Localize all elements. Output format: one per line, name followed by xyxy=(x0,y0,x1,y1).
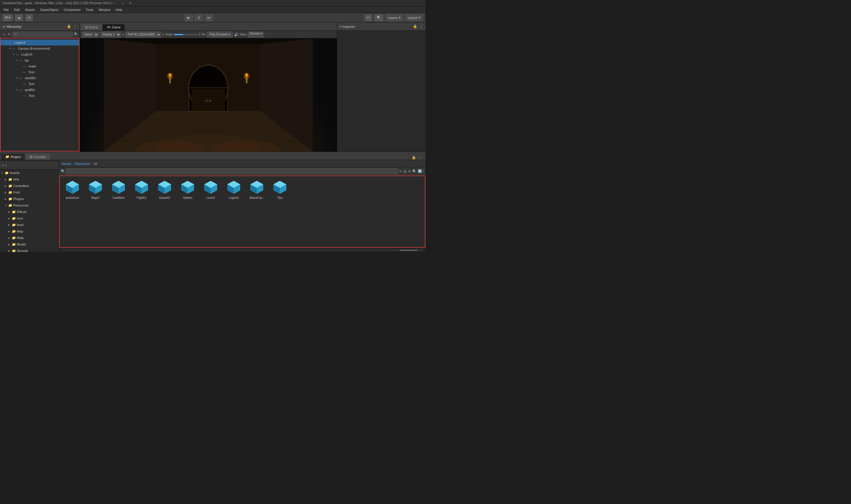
folder-resources[interactable]: ▼ 📁 Resources xyxy=(0,202,59,209)
cloud-button[interactable]: ☁ xyxy=(15,14,23,21)
resolution-dropdown[interactable]: Full HD (1920x1080) xyxy=(125,32,161,37)
tree-item-text-quitbtn[interactable]: ▶ ▭ Text xyxy=(1,93,79,99)
file-lineui[interactable]: LineUI xyxy=(200,178,221,201)
project-tab[interactable]: 📁 Project xyxy=(1,154,25,160)
audio-icon[interactable]: 🔊 xyxy=(234,33,238,37)
collab-button[interactable]: ⊙ xyxy=(25,14,33,21)
menu-tools[interactable]: Tools xyxy=(83,7,96,12)
layout-dropdown[interactable]: Layout ▾ xyxy=(405,14,423,21)
file-selectcar[interactable]: SelectCar... xyxy=(247,178,267,201)
game-dropdown[interactable]: Game xyxy=(82,32,99,37)
tree-item-text-bg[interactable]: ▶ ▭ Text xyxy=(1,69,79,75)
tree-item-canvas[interactable]: ▼ ▭ Canvas (Environment) xyxy=(1,46,79,51)
folder-icon[interactable]: ▶ 📁 Icon xyxy=(0,215,59,221)
hierarchy-collapse-icon[interactable]: ◀ xyxy=(2,25,5,28)
folder-effects[interactable]: ▶ 📁 Effects xyxy=(0,209,59,215)
hierarchy-lock-icon[interactable]: 🔒 xyxy=(67,24,71,29)
tree-item-loginui-child[interactable]: ▼ ▭ LoginUI xyxy=(1,51,79,57)
tree-item-mask[interactable]: ▶ ▭ mask xyxy=(1,63,79,69)
scale-value: 0.76x xyxy=(199,33,206,36)
file-name: LineUI xyxy=(206,196,215,199)
tree-item-loginui-root[interactable]: ▼ ⬡ LoginUI xyxy=(1,40,79,46)
search-icon-2[interactable]: 🔍 xyxy=(412,169,417,174)
pause-button[interactable]: ⏸ xyxy=(195,14,203,21)
file-hpitem[interactable]: HpItem xyxy=(177,178,198,201)
menu-edit[interactable]: Edit xyxy=(12,7,22,12)
file-actionicon[interactable]: actionIcon xyxy=(62,178,83,201)
project-add-btn[interactable]: + xyxy=(2,163,4,167)
file-name: GameUI xyxy=(159,196,170,199)
folder-map[interactable]: ▶ 📁 Map xyxy=(0,228,59,235)
file-tips[interactable]: Tips xyxy=(270,178,290,201)
main-toolbar: M ▾ ☁ ⊙ ▶ ⏸ ⏭ ↩ 🔍 Layers ▾ Layout xyxy=(0,13,426,22)
menu-file[interactable]: File xyxy=(1,7,11,12)
stats-label[interactable]: Stats xyxy=(240,33,247,36)
hierarchy-add-btn[interactable]: + xyxy=(2,32,6,36)
project-search-input[interactable] xyxy=(66,168,398,174)
file-bagui[interactable]: BagUI xyxy=(85,178,106,201)
bottom-lock-icon[interactable]: 🔒 xyxy=(412,156,416,160)
folder-controllers[interactable]: ▶ 📁 Controllers xyxy=(0,183,59,189)
star-icon[interactable]: ★ xyxy=(408,169,411,174)
game-tab[interactable]: 🎮 Game xyxy=(103,24,125,31)
menu-assets[interactable]: Assets xyxy=(23,7,37,12)
sync-icon[interactable]: ⟳ xyxy=(399,169,402,174)
prefab-icon xyxy=(249,180,265,195)
scale-slider[interactable] xyxy=(174,34,197,35)
folder-plugins[interactable]: ▶ 📁 Plugins xyxy=(0,196,59,202)
filter-icon[interactable]: ▤ xyxy=(403,169,406,174)
view-options: ⋮ xyxy=(328,27,336,31)
breadcrumb-ui[interactable]: UI xyxy=(94,162,97,165)
tree-item-bg[interactable]: ▼ ▭ bg xyxy=(1,57,79,63)
menu-component[interactable]: Component xyxy=(61,7,83,12)
breadcrumb-assets[interactable]: Assets xyxy=(61,162,71,165)
menu-window[interactable]: Window xyxy=(96,7,113,12)
tree-item-quitbtn[interactable]: ▼ ▭ quitBtn xyxy=(1,87,79,93)
close-btn[interactable]: ✕ xyxy=(127,1,133,5)
folder-level[interactable]: ▶ 📁 level xyxy=(0,221,59,228)
expand-arrow: ▶ xyxy=(8,250,12,252)
hierarchy-add-arrow[interactable]: ▾ xyxy=(7,32,11,36)
account-button[interactable]: M ▾ xyxy=(2,14,13,21)
play-button[interactable]: ▶ xyxy=(185,14,193,21)
scrollbar-track[interactable] xyxy=(61,250,423,251)
inspector-lock-icon[interactable]: 🔒 xyxy=(413,24,417,29)
project-add-arrow[interactable]: ▾ xyxy=(5,164,7,167)
scene-tab-label: Scene xyxy=(89,25,98,29)
folder-model[interactable]: ▶ 📁 Model xyxy=(0,241,59,248)
search-button[interactable]: 🔍 xyxy=(374,14,383,21)
file-name: actionIcon xyxy=(66,196,79,199)
folder-mats[interactable]: ▶ 📁 Mats xyxy=(0,235,59,241)
undo-button[interactable]: ↩ xyxy=(364,14,372,21)
scene-tab[interactable]: ⊞ Scene xyxy=(81,24,102,31)
bottom-menu-icon[interactable]: ⋮ xyxy=(418,155,422,160)
prefab-icon xyxy=(88,180,103,195)
breadcrumb-resources[interactable]: Resources xyxy=(75,162,90,165)
folder-arts[interactable]: ▶ 📁 Arts xyxy=(0,176,59,183)
maximize-btn[interactable]: □ xyxy=(120,1,126,5)
folder-font[interactable]: ▶ 📁 Font xyxy=(0,189,59,196)
menu-gameobject[interactable]: GameObject xyxy=(38,7,61,12)
menu-help[interactable]: Help xyxy=(113,7,125,12)
play-focused-button[interactable]: Play Focused ▾ xyxy=(207,32,233,37)
step-button[interactable]: ⏭ xyxy=(205,14,213,21)
inspector-menu-icon[interactable]: ⋮ xyxy=(419,24,423,29)
file-gameui[interactable]: GameUI xyxy=(154,178,175,201)
display-dropdown[interactable]: Display 1 xyxy=(100,32,121,37)
tree-item-text-startbtn[interactable]: ▶ ▭ Text xyxy=(1,81,79,87)
hierarchy-menu-icon[interactable]: ⋮ xyxy=(73,24,77,29)
hierarchy-search-input[interactable] xyxy=(13,32,73,37)
scale-fill xyxy=(174,34,183,35)
game-toolbar: Game Display 1 ▾ Full HD (1920x1080) ▾ S… xyxy=(80,31,337,38)
folder-assets[interactable]: ▼ 📁 Assets xyxy=(0,169,59,176)
view-options-menu[interactable]: ⋮ xyxy=(330,27,333,31)
file-fightui[interactable]: FightUI xyxy=(131,178,152,201)
layers-dropdown[interactable]: Layers ▾ xyxy=(385,14,403,21)
folder-sounds[interactable]: ▶ 📁 Sounds xyxy=(0,248,59,252)
file-loginui[interactable]: LoginUI xyxy=(223,178,244,201)
file-carditem[interactable]: CardItem xyxy=(108,178,129,201)
minimize-btn[interactable]: ─ xyxy=(113,1,119,5)
console-tab[interactable]: ▤ Console xyxy=(25,154,50,160)
gizmos-button[interactable]: Gizmos ▾ xyxy=(248,32,264,37)
tree-item-startbtn[interactable]: ▼ ▭ startBtn xyxy=(1,75,79,81)
